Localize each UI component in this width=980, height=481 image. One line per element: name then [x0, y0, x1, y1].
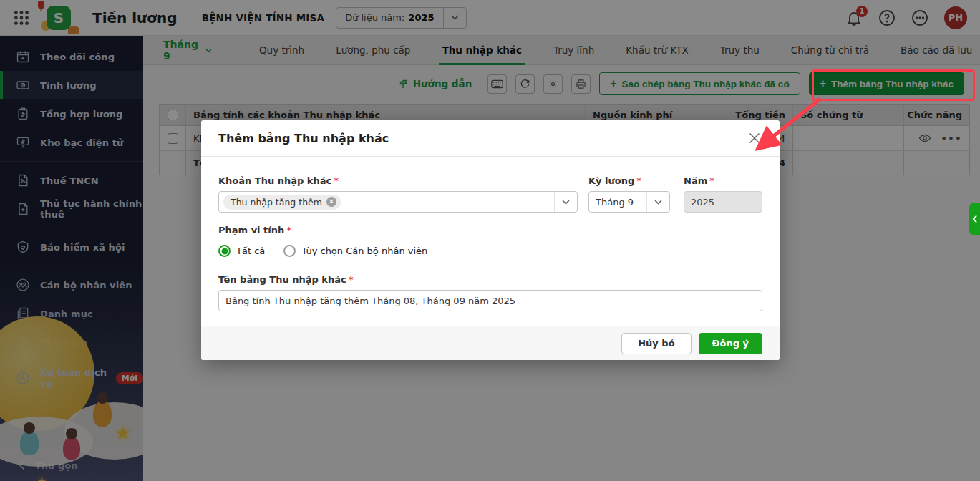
year-field	[684, 191, 762, 213]
modal-footer: Hủy bỏ Đồng ý	[201, 326, 780, 360]
income-select[interactable]: Thu nhập tăng thêm ✕	[218, 191, 578, 213]
modal-header: Thêm bảng Thu nhập khác	[201, 120, 780, 157]
scope-field-label: Phạm vi tính	[218, 225, 284, 235]
table-name-field[interactable]	[218, 290, 762, 311]
period-select[interactable]: Tháng 9	[588, 191, 670, 213]
required-marker: *	[709, 175, 714, 186]
table-name-field-label: Tên bảng Thu nhập khác	[218, 274, 346, 285]
income-tag: Thu nhập tăng thêm ✕	[223, 195, 341, 210]
required-marker: *	[349, 274, 354, 285]
required-marker: *	[636, 175, 641, 186]
income-field-label: Khoản Thu nhập khác	[218, 175, 331, 186]
modal-title: Thêm bảng Thu nhập khác	[218, 132, 389, 145]
year-field-label: Năm	[684, 175, 707, 186]
cancel-button[interactable]: Hủy bỏ	[621, 333, 691, 354]
scope-radio-group: Tất cả Tùy chọn Cán bộ nhân viên	[218, 245, 762, 257]
add-income-table-modal: Thêm bảng Thu nhập khác Khoản Thu nhập k…	[201, 120, 780, 360]
period-value: Tháng 9	[593, 197, 634, 208]
period-field-label: Kỳ lương	[588, 175, 634, 186]
radio-unselected-icon	[283, 245, 296, 257]
required-marker: *	[286, 225, 291, 235]
scope-radio-custom[interactable]: Tùy chọn Cán bộ nhân viên	[283, 245, 427, 257]
ok-button[interactable]: Đồng ý	[699, 333, 762, 354]
required-marker: *	[334, 175, 339, 186]
close-icon[interactable]	[747, 130, 762, 146]
right-panel-toggle[interactable]	[969, 203, 980, 235]
remove-tag-icon[interactable]: ✕	[326, 197, 336, 207]
chevron-down-icon	[554, 192, 577, 212]
radio-selected-icon	[218, 245, 231, 257]
scope-radio-all[interactable]: Tất cả	[218, 245, 265, 257]
chevron-down-icon	[646, 192, 669, 212]
modal-body: Khoản Thu nhập khác* Thu nhập tăng thêm …	[201, 157, 780, 326]
chevron-left-icon	[972, 215, 978, 223]
